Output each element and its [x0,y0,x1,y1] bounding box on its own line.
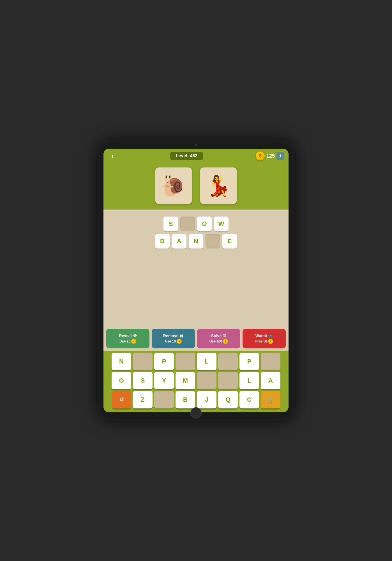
key-empty-5 [197,372,216,389]
key-o[interactable]: O [112,372,131,389]
key-empty-7 [154,391,174,408]
coin-count: 125 [266,153,275,159]
back-button[interactable]: ‹ [108,151,117,160]
letter-tile-a[interactable]: A [172,234,186,249]
action-buttons: Reveal 👁 Use 25 $ Remove 🗑 Use 10 $ [103,327,289,351]
key-s[interactable]: S [133,372,153,389]
solve-cost: Use 100 $ [209,339,228,344]
key-empty-3 [218,353,238,370]
emoji-area: 🐌 💃 [103,163,289,210]
remove-coin: $ [177,339,182,344]
letter-tile-empty-1[interactable] [180,217,195,231]
key-empty-2 [176,353,195,370]
watch-button[interactable]: Watch 📹 Free 50 $ [243,329,286,348]
answer-area: S O W D A N E [103,210,289,327]
tablet-camera [195,144,197,146]
key-a[interactable]: A [261,372,280,389]
letter-tile-w[interactable]: W [214,217,229,231]
key-n[interactable]: N [112,353,131,370]
solve-button[interactable]: Solve ☑ Use 100 $ [197,329,240,348]
key-b[interactable]: B [176,391,195,408]
reveal-button[interactable]: Reveal 👁 Use 25 $ [106,329,149,348]
tablet-home-button[interactable] [190,407,202,419]
answer-row-1: S O W [163,217,229,231]
keyboard-row-1: N P L P [106,353,286,370]
key-p1[interactable]: P [154,353,174,370]
key-l1[interactable]: L [197,353,216,370]
letter-tile-empty-2[interactable] [206,234,220,249]
key-z[interactable]: Z [133,391,153,408]
remove-icon: 🗑 [179,334,183,338]
remove-title: Remove 🗑 [163,334,183,338]
emoji-card-dancer: 💃 [200,167,237,204]
watch-title: Watch 📹 [255,334,273,338]
header: ‹ Level: 462 $ 125 + [103,149,289,163]
level-badge: Level: 462 [170,152,203,160]
letter-tile-s[interactable]: S [163,217,178,231]
key-p2[interactable]: P [239,353,259,370]
remove-cost: Use 10 $ [165,339,182,344]
emoji-card-snail: 🐌 [155,167,192,204]
key-c[interactable]: C [239,391,259,408]
reveal-title: Reveal 👁 [119,334,137,338]
key-y[interactable]: Y [154,372,174,389]
watch-cost: Free 50 $ [255,339,273,344]
letter-tile-o[interactable]: O [197,217,212,231]
add-coin-button[interactable]: + [276,152,284,160]
coin-icon: $ [256,151,265,160]
letter-tile-d[interactable]: D [155,234,170,249]
keyboard-row-3: ↺ Z B J Q C 🛒 [106,391,286,408]
refresh-button[interactable]: ↺ [112,391,131,408]
solve-title: Solve ☑ [211,334,226,338]
watch-coin: $ [268,339,273,344]
watch-icon: 📹 [268,334,273,338]
key-m[interactable]: M [176,372,195,389]
key-empty-4 [261,353,280,370]
key-j[interactable]: J [197,391,216,408]
key-l2[interactable]: L [239,372,259,389]
letter-tile-e[interactable]: E [222,234,237,249]
reveal-icon: 👁 [133,334,137,338]
word-rows: S O W D A N E [155,217,237,249]
keyboard-area: N P L P O S Y M L A ↺ [103,351,289,412]
key-q[interactable]: Q [218,391,238,408]
cart-button[interactable]: 🛒 [261,391,280,408]
reveal-coin: $ [131,339,136,344]
remove-button[interactable]: Remove 🗑 Use 10 $ [152,329,195,348]
coins-area: $ 125 + [256,151,284,160]
key-empty-1 [133,353,153,370]
solve-coin: $ [223,339,228,344]
solve-icon: ☑ [223,334,226,338]
keyboard-row-2: O S Y M L A [106,372,286,389]
tablet-screen: ‹ Level: 462 $ 125 + 🐌 💃 S O W [103,149,289,412]
tablet-frame: ‹ Level: 462 $ 125 + 🐌 💃 S O W [98,140,294,421]
reveal-cost: Use 25 $ [119,339,136,344]
key-empty-6 [218,372,238,389]
answer-row-2: D A N E [155,234,237,249]
letter-tile-n[interactable]: N [189,234,203,249]
